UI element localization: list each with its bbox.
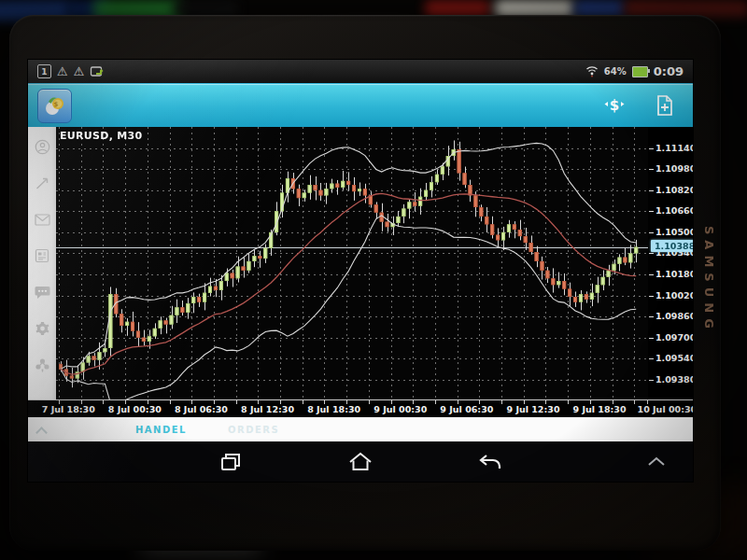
price-axis-label: 1.10980 bbox=[649, 163, 693, 174]
sidebar-item-settings[interactable] bbox=[34, 320, 50, 337]
clock-label: 0:09 bbox=[654, 64, 684, 78]
recents-icon[interactable] bbox=[210, 445, 251, 479]
battery-icon bbox=[632, 66, 648, 77]
tab-orders[interactable]: ORDERS bbox=[228, 425, 279, 435]
price-chart-canvas[interactable] bbox=[56, 127, 648, 399]
price-axis-label: 1.11140 bbox=[649, 143, 693, 153]
time-axis-tick bbox=[170, 400, 171, 404]
sidebar-item-about[interactable] bbox=[34, 357, 50, 373]
price-axis-label: 1.10660 bbox=[649, 205, 693, 216]
android-nav-bar bbox=[28, 441, 693, 482]
sidebar-item-accounts[interactable] bbox=[34, 138, 50, 155]
time-axis-label: 9 Jul 06:30 bbox=[440, 404, 493, 414]
time-axis-label: 10 Jul 00:30 bbox=[638, 404, 693, 414]
time-axis-tick bbox=[369, 400, 370, 404]
tab-handel[interactable]: HANDEL bbox=[135, 425, 187, 435]
app-bar: $ $ bbox=[28, 84, 693, 127]
price-axis: 1.10388 1.111401.109801.108201.106601.10… bbox=[648, 127, 693, 399]
time-axis-tick bbox=[501, 400, 502, 404]
chart-symbol-label: EURUSD, M30 bbox=[60, 130, 142, 142]
screenshot-icon bbox=[90, 65, 105, 78]
footer-tab-bar: HANDEL ORDERS bbox=[28, 417, 693, 441]
chart-plot: EURUSD, M30 bbox=[56, 127, 648, 399]
tablet-frame: SAMSUNG 1 ⚠ ⚠ bbox=[9, 15, 721, 551]
time-axis-tick bbox=[568, 400, 569, 404]
time-axis-tick bbox=[303, 400, 303, 404]
time-axis-label: 8 Jul 18:30 bbox=[307, 404, 360, 414]
time-axis-label: 8 Jul 06:30 bbox=[175, 404, 228, 414]
notification-badge: 1 bbox=[37, 64, 51, 78]
signal-icon bbox=[585, 65, 599, 77]
price-axis-label: 1.09540 bbox=[649, 353, 693, 363]
sidebar-item-mail[interactable] bbox=[34, 211, 50, 228]
time-axis-label: 8 Jul 00:30 bbox=[108, 404, 162, 414]
price-axis-label: 1.10820 bbox=[649, 185, 693, 195]
sidebar-item-quotes[interactable] bbox=[34, 175, 50, 191]
new-order-icon[interactable] bbox=[646, 87, 684, 124]
time-axis-label: 9 Jul 18:30 bbox=[573, 404, 627, 414]
time-axis-label: 9 Jul 12:30 bbox=[506, 404, 559, 414]
samsung-logo: SAMSUNG bbox=[702, 226, 716, 334]
svg-text:$: $ bbox=[610, 97, 619, 114]
chevron-up-icon[interactable] bbox=[642, 449, 670, 473]
svg-text:$: $ bbox=[53, 101, 58, 108]
time-axis: 7 Jul 18:308 Jul 00:308 Jul 06:308 Jul 1… bbox=[28, 399, 693, 417]
time-axis-tick bbox=[634, 400, 635, 404]
time-axis-label: 9 Jul 00:30 bbox=[374, 404, 427, 414]
back-icon[interactable] bbox=[470, 445, 511, 479]
screen: 1 ⚠ ⚠ 64% 0:09 bbox=[28, 60, 693, 482]
warning-icon: ⚠ bbox=[57, 65, 68, 77]
battery-percent-label: 64% bbox=[604, 66, 627, 77]
price-axis-label: 1.10500 bbox=[649, 227, 693, 237]
price-axis-label: 1.10180 bbox=[649, 269, 693, 279]
time-axis-tick bbox=[103, 400, 104, 404]
price-axis-label: 1.09860 bbox=[649, 311, 693, 321]
price-axis-label: 1.09380 bbox=[649, 374, 693, 385]
home-icon[interactable] bbox=[340, 445, 381, 479]
time-axis-tick bbox=[236, 400, 237, 404]
trade-dollar-icon[interactable]: $ bbox=[596, 87, 633, 124]
collapse-chevron-icon[interactable] bbox=[37, 426, 46, 434]
warning-icon: ⚠ bbox=[74, 65, 85, 77]
status-bar: 1 ⚠ ⚠ 64% 0:09 bbox=[28, 60, 693, 84]
price-axis-label: 1.09700 bbox=[649, 332, 693, 343]
current-price-tag: 1.10388 bbox=[651, 240, 693, 252]
sidebar-menu bbox=[28, 127, 56, 399]
time-axis-tick bbox=[435, 400, 436, 404]
metatrader-logo[interactable]: $ bbox=[37, 89, 72, 123]
time-axis-label: 7 Jul 18:30 bbox=[42, 404, 95, 414]
time-axis-label: 8 Jul 12:30 bbox=[241, 404, 294, 414]
price-axis-label: 1.10020 bbox=[649, 290, 693, 301]
sidebar-item-news[interactable] bbox=[34, 247, 50, 264]
main-area: EURUSD, M30 1.10388 1.111401.109801.1082… bbox=[28, 127, 693, 399]
sidebar-item-chat[interactable] bbox=[34, 284, 50, 301]
